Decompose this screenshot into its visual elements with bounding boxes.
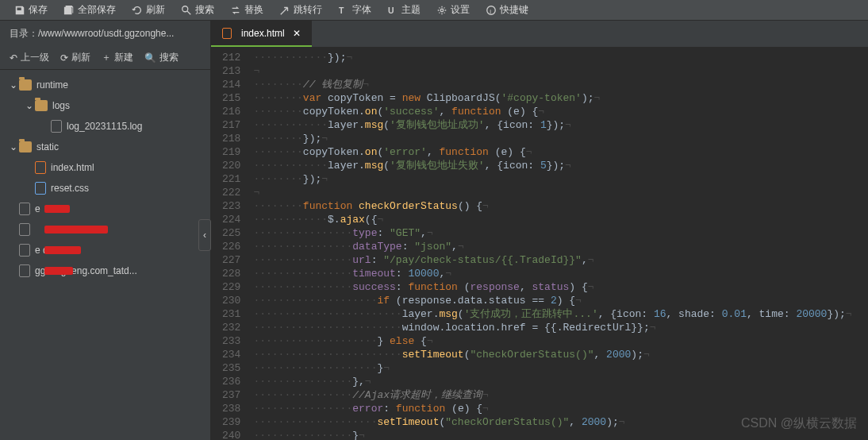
theme-icon: U [387,5,398,16]
search-icon [181,5,192,16]
refresh-button[interactable]: 刷新 [124,0,173,20]
file-icon [51,120,62,133]
top-toolbar: 保存 全部保存 刷新 搜索 替换 跳转行 T 字体 U 主题 [0,0,868,21]
code-lines[interactable]: ············});¬¬········// 钱包复制¬·······… [248,48,851,440]
refresh-icon [132,5,143,16]
code-editor[interactable]: 2122132142152162172182192202212222232242… [211,48,868,440]
font-button[interactable]: T 字体 [330,0,379,20]
tab-index-html[interactable]: index.html ✕ [211,21,312,47]
search-button[interactable]: 搜索 [173,0,222,20]
gear-icon [436,5,447,16]
css-file-icon [35,182,46,195]
replace-label: 替换 [244,3,263,17]
search-label: 搜索 [195,3,214,17]
svg-text:i: i [490,7,491,14]
shortcuts-button[interactable]: i 快捷键 [478,0,536,20]
settings-label: 设置 [451,3,470,17]
tree-file-reset[interactable]: reset.css [0,178,210,199]
folder-icon [19,79,32,91]
tree-folder-runtime[interactable]: ⌄ runtime [0,75,210,95]
sidebar-actions: ↶上一级 ⟳刷新 ＋新建 🔍搜索 [0,46,210,70]
arrow-up-icon: ↶ [10,52,17,64]
font-label: 字体 [352,3,371,17]
save-label: 保存 [29,3,48,17]
sidebar-search-button[interactable]: 🔍搜索 [144,51,179,64]
sidebar-up-button[interactable]: ↶上一级 [10,51,49,64]
tree-file-redacted-4[interactable]: ggzongheng.com_tatd... [0,261,210,281]
sidebar-new-button[interactable]: ＋新建 [102,51,133,64]
info-icon: i [486,5,497,16]
font-icon: T [338,5,349,16]
save-icon [14,5,25,16]
plus-icon: ＋ [102,51,111,64]
save-all-button[interactable]: 全部保存 [56,0,124,20]
chevron-down-icon: ⌄ [24,100,35,111]
refresh-icon: ⟳ [60,52,68,64]
editor-area: index.html ✕ 212213214215216217218219220… [211,21,868,440]
replace-button[interactable]: 替换 [222,0,271,20]
search-icon: 🔍 [144,52,156,64]
collapse-handle[interactable]: ‹ [198,219,211,251]
html-file-icon [222,28,232,39]
chevron-down-icon: ⌄ [8,141,19,152]
sidebar-divider[interactable]: ‹ [203,21,211,440]
folder-icon [35,100,48,111]
svg-text:T: T [339,5,344,14]
breadcrumb[interactable]: 目录：/www/wwwroot/usdt.ggzonghe... [0,21,210,46]
html-file-icon [35,161,46,174]
tree-folder-static[interactable]: ⌄ static [0,137,210,157]
svg-point-0 [182,6,188,11]
goto-label: 跳转行 [294,3,322,17]
tree-file-index[interactable]: index.html [0,157,210,178]
save-all-icon [63,5,75,16]
svg-text:U: U [388,5,394,14]
replace-icon [230,5,241,16]
refresh-label: 刷新 [146,3,165,17]
file-icon [19,203,30,215]
tab-label: index.html [241,28,285,39]
shortcuts-label: 快捷键 [500,3,528,17]
tree-file-redacted-3[interactable]: e dt [0,240,210,261]
close-icon[interactable]: ✕ [293,28,301,39]
sidebar-refresh-button[interactable]: ⟳刷新 [60,51,90,64]
file-icon [19,264,30,277]
tree-file-redacted-1[interactable]: e [0,199,210,219]
tree-file-logfile[interactable]: log_20231115.log [0,116,210,137]
tree-file-redacted-2[interactable] [0,219,210,240]
editor-tabs: index.html ✕ [211,21,868,48]
svg-point-3 [440,9,444,12]
sidebar: 目录：/www/wwwroot/usdt.ggzonghe... ↶上一级 ⟳刷… [0,21,211,440]
settings-button[interactable]: 设置 [428,0,478,20]
chevron-left-icon: ‹ [203,230,206,241]
theme-label: 主题 [401,3,421,17]
file-icon [19,244,30,257]
file-icon [19,223,30,236]
save-button[interactable]: 保存 [6,0,56,20]
folder-icon [19,141,32,152]
save-all-label: 全部保存 [78,3,116,17]
line-gutter: 2122132142152162172182192202212222232242… [211,48,248,440]
svg-point-4 [487,6,496,14]
theme-button[interactable]: U 主题 [379,0,428,20]
goto-icon [279,5,290,16]
goto-button[interactable]: 跳转行 [271,0,330,20]
file-tree: ⌄ runtime ⌄ logs log_20231115.log ⌄ stat… [0,70,210,440]
chevron-down-icon: ⌄ [8,79,19,91]
tree-folder-logs[interactable]: ⌄ logs [0,95,210,116]
